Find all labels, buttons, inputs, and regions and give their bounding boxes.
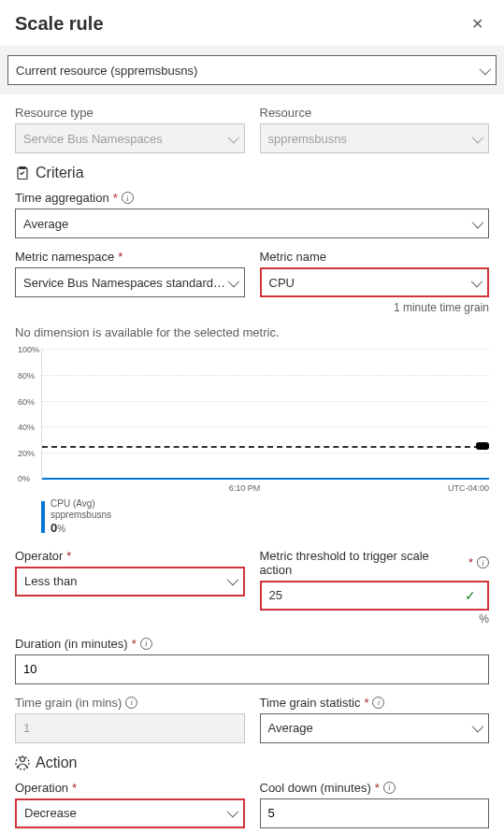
legend-series-name: CPU (Avg) (50, 498, 111, 510)
threshold-unit: % (260, 612, 490, 626)
criteria-section-header: Criteria (15, 165, 489, 181)
panel-title: Scale rule (15, 13, 104, 35)
check-icon: ✓ (465, 588, 480, 603)
duration-label: Duration (in minutes) * i (15, 637, 489, 651)
resource-type-label: Resource type (15, 106, 245, 120)
info-icon[interactable]: i (477, 556, 489, 568)
criteria-section-title: Criteria (36, 165, 84, 181)
resource-label: Resource (260, 106, 490, 120)
x-tick: UTC-04:00 (448, 483, 489, 493)
threshold-input-wrap[interactable]: 25 ✓ (260, 581, 490, 611)
chevron-down-icon (472, 132, 481, 146)
close-icon[interactable]: ✕ (466, 11, 489, 36)
svg-point-2 (16, 756, 29, 769)
threshold-label: Metric threshold to trigger scale action… (260, 549, 490, 577)
required-asterisk: * (132, 637, 137, 651)
time-aggregation-label: Time aggregation * i (15, 191, 489, 205)
chevron-down-icon (227, 574, 236, 588)
chart-legend: CPU (Avg) sppremsbusns 0% (41, 498, 489, 536)
required-asterisk: * (118, 250, 122, 264)
time-grain-label: Time grain (in mins) i (15, 696, 245, 710)
metric-name-value: CPU (269, 276, 295, 290)
metric-chart: 100% 80% 60% 40% 20% 0% (41, 349, 489, 480)
x-tick: 6:10 PM (229, 483, 261, 493)
info-icon[interactable]: i (140, 638, 152, 650)
operator-label: Operator * (15, 549, 245, 563)
y-tick: 0% (18, 474, 30, 483)
resource-type-value: Service Bus Namespaces (23, 132, 163, 146)
time-grain-statistic-label: Time grain statistic * i (260, 696, 490, 710)
info-icon[interactable]: i (383, 782, 396, 794)
y-tick: 40% (18, 423, 35, 432)
action-section-title: Action (36, 755, 77, 771)
threshold-line (42, 446, 489, 448)
chevron-down-icon (471, 276, 480, 290)
operation-select[interactable]: Decrease (15, 798, 245, 828)
legend-resource-name: sppremsbusns (50, 510, 111, 521)
required-asterisk: * (66, 549, 71, 563)
top-resource-wrap: Current resource (sppremsbusns) (0, 46, 504, 94)
required-asterisk: * (468, 555, 473, 569)
operation-value: Decrease (24, 806, 77, 820)
y-tick: 20% (18, 449, 35, 458)
resource-value: sppremsbusns (268, 132, 348, 146)
time-aggregation-select[interactable]: Average (15, 208, 489, 238)
chevron-down-icon (228, 132, 237, 146)
chevron-down-icon (480, 64, 488, 78)
threshold-marker (476, 442, 489, 450)
required-asterisk: * (72, 781, 77, 795)
operator-value: Less than (24, 574, 77, 588)
cool-down-input[interactable] (260, 798, 490, 828)
metric-name-label: Metric name (260, 250, 490, 264)
time-grain-input (15, 713, 245, 743)
info-icon[interactable]: i (125, 697, 137, 709)
svg-point-1 (21, 756, 25, 761)
required-asterisk: * (364, 696, 368, 710)
operator-select[interactable]: Less than (15, 567, 245, 597)
y-tick: 100% (18, 345, 39, 354)
metric-namespace-label: Metric namespace * (15, 250, 245, 264)
legend-unit: % (57, 524, 65, 534)
action-icon (15, 755, 30, 770)
no-dimension-text: No dimension is available for the select… (15, 325, 489, 339)
time-grain-statistic-select[interactable]: Average (260, 713, 490, 743)
legend-color-bar (41, 501, 45, 533)
chevron-down-icon (472, 721, 481, 735)
current-resource-value: Current resource (sppremsbusns) (16, 64, 197, 78)
action-section-header: Action (15, 755, 489, 771)
y-tick: 60% (18, 397, 35, 407)
time-grain-statistic-value: Average (268, 721, 313, 735)
required-asterisk: * (375, 781, 380, 795)
operation-label: Operation * (15, 781, 245, 795)
data-line (42, 478, 489, 480)
resource-select: sppremsbusns (260, 123, 490, 153)
chevron-down-icon (227, 806, 236, 820)
criteria-icon (15, 165, 30, 180)
required-asterisk: * (113, 191, 118, 205)
info-icon[interactable]: i (372, 697, 384, 709)
metric-name-subtext: 1 minute time grain (260, 301, 490, 314)
y-tick: 80% (18, 371, 35, 381)
time-aggregation-value: Average (23, 217, 68, 231)
info-icon[interactable]: i (122, 192, 134, 204)
metric-namespace-value: Service Bus Namespaces standard me... (23, 276, 228, 290)
chart-x-axis: 6:10 PM UTC-04:00 (15, 482, 489, 493)
cool-down-label: Cool down (minutes) * i (260, 781, 490, 795)
chevron-down-icon (472, 217, 481, 231)
resource-type-select: Service Bus Namespaces (15, 123, 245, 153)
metric-namespace-select[interactable]: Service Bus Namespaces standard me... (15, 267, 245, 297)
metric-name-select[interactable]: CPU (260, 267, 490, 297)
threshold-value: 25 (269, 588, 282, 602)
chevron-down-icon (228, 276, 237, 290)
duration-input[interactable] (15, 654, 489, 684)
current-resource-select[interactable]: Current resource (sppremsbusns) (7, 55, 497, 85)
